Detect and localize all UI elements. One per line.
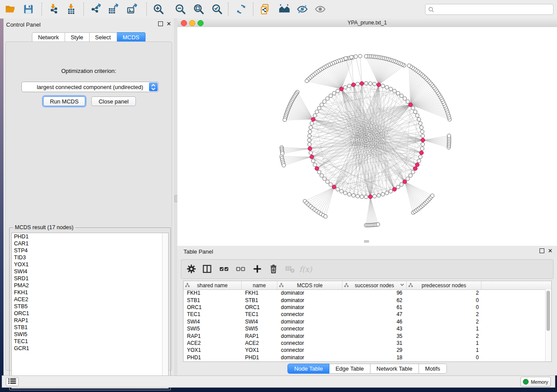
cell-successors: 47 bbox=[343, 311, 407, 317]
cell-role: dominator bbox=[277, 319, 343, 325]
panel-splitter[interactable] bbox=[174, 18, 177, 375]
mcds-result-item[interactable]: STB1 bbox=[12, 324, 168, 331]
show-graphics-icon bbox=[315, 3, 326, 15]
memory-button[interactable]: Memory bbox=[520, 377, 551, 387]
cell-name: SWI4 bbox=[242, 319, 277, 325]
check-all-button[interactable] bbox=[218, 264, 230, 275]
column-header-predecessors[interactable]: predecessor nodes bbox=[407, 281, 481, 289]
network-view[interactable] bbox=[177, 27, 557, 246]
show-graphics-button[interactable] bbox=[313, 2, 327, 16]
network-graph[interactable] bbox=[177, 27, 557, 246]
column-header-successors[interactable]: successor nodes bbox=[343, 281, 407, 289]
zoom-out-button[interactable] bbox=[173, 2, 187, 16]
columns-button[interactable] bbox=[201, 264, 213, 275]
mcds-result-item[interactable]: CAR1 bbox=[12, 240, 168, 247]
cell-name: FKH1 bbox=[242, 290, 277, 296]
task-history-button[interactable] bbox=[6, 377, 19, 386]
mcds-result-item[interactable]: GCR1 bbox=[12, 345, 168, 352]
delete-row-button[interactable] bbox=[268, 264, 279, 275]
mcds-result-item[interactable]: SRD1 bbox=[12, 275, 168, 282]
mcds-result-item[interactable]: STB5 bbox=[12, 303, 168, 310]
save-session-button[interactable] bbox=[21, 2, 35, 16]
cell-shared_name: RAP1 bbox=[183, 333, 242, 339]
cell-predecessors: 0 bbox=[407, 304, 481, 310]
column-header-name[interactable]: name bbox=[242, 281, 277, 289]
export-network-button[interactable] bbox=[89, 2, 103, 16]
mcds-result-item[interactable]: PHD1 bbox=[12, 233, 168, 240]
import-network-button[interactable] bbox=[46, 2, 60, 16]
table-row[interactable]: SWI4SWI4dominator462 bbox=[183, 318, 546, 325]
uncheck-all-button[interactable] bbox=[235, 264, 246, 275]
run-mcds-button[interactable]: Run MCDS bbox=[43, 96, 85, 106]
toolbar-separator bbox=[228, 3, 228, 16]
mcds-list-scrollbar[interactable] bbox=[162, 233, 168, 388]
close-panel-button[interactable]: Close panel bbox=[91, 96, 136, 106]
zoom-selected-button[interactable] bbox=[210, 2, 224, 16]
table-row[interactable]: ACE2ACE2connector311 bbox=[183, 340, 546, 347]
mcds-result-list[interactable]: PHD1CAR1STP4TID3YOX1SWI4SRD1PMA2FKH1ACE2… bbox=[11, 233, 169, 389]
cell-predecessors: 1 bbox=[407, 326, 481, 332]
mcds-result-item[interactable]: SWI4 bbox=[12, 268, 168, 275]
table-row[interactable]: STB1STB1dominator620 bbox=[183, 296, 546, 303]
duplicate-network-button[interactable] bbox=[258, 2, 272, 16]
table-row[interactable]: SWI5SWI5connector431 bbox=[183, 325, 546, 332]
criterion-select[interactable]: largest connected component (undirected) bbox=[21, 82, 159, 92]
refresh-layout-button[interactable] bbox=[234, 2, 248, 16]
zoom-in-button[interactable] bbox=[152, 2, 166, 16]
function-icon: f(x) bbox=[299, 265, 312, 274]
float-panel-icon[interactable] bbox=[158, 21, 163, 26]
table-row[interactable]: FKH1FKH1dominator962 bbox=[183, 289, 546, 296]
mcds-result-item[interactable]: ACE2 bbox=[12, 296, 168, 303]
zoom-fit-icon bbox=[193, 3, 204, 15]
mcds-result-item[interactable]: STP4 bbox=[12, 247, 168, 254]
tab-select[interactable]: Select bbox=[90, 32, 117, 42]
mcds-result-item[interactable]: PMA2 bbox=[12, 282, 168, 289]
add-row-button[interactable] bbox=[252, 264, 263, 275]
tab-edge-table[interactable]: Edge Table bbox=[329, 364, 370, 374]
mcds-result-item[interactable]: YOX1 bbox=[12, 261, 168, 268]
toolbar-separator bbox=[42, 3, 42, 16]
table-body[interactable]: FKH1FKH1dominator962STB1STB1dominator620… bbox=[183, 289, 546, 361]
table-row[interactable]: ORC1ORC1dominator610 bbox=[183, 304, 546, 311]
mcds-result-item[interactable]: TEC1 bbox=[12, 338, 168, 345]
delete-table-icon bbox=[285, 264, 295, 274]
column-header-shared_name[interactable]: shared name bbox=[183, 281, 242, 289]
mcds-result-item[interactable]: FKH1 bbox=[12, 289, 168, 296]
table-row[interactable]: YOX1YOX1connector291 bbox=[183, 347, 546, 354]
cell-predecessors: 2 bbox=[407, 319, 481, 325]
tab-network-table[interactable]: Network Table bbox=[370, 364, 419, 374]
table-row[interactable]: PHD1PHD1dominator180 bbox=[183, 354, 546, 361]
toolbar-separator bbox=[83, 3, 84, 16]
column-header-role[interactable]: MCDS role bbox=[277, 281, 343, 289]
zoom-fit-button[interactable] bbox=[192, 2, 206, 16]
tab-network[interactable]: Network bbox=[32, 32, 65, 42]
mcds-result-item[interactable]: RAP1 bbox=[12, 317, 168, 324]
table-scrollbar[interactable] bbox=[545, 289, 551, 361]
tab-node-table[interactable]: Node Table bbox=[287, 364, 329, 374]
sort-desc-icon bbox=[400, 283, 404, 286]
hide-graphics-button[interactable] bbox=[295, 2, 309, 16]
mcds-result-item[interactable]: ORC1 bbox=[12, 310, 168, 317]
search-box[interactable] bbox=[425, 4, 554, 15]
tab-mcds[interactable]: MCDS bbox=[117, 32, 145, 42]
tab-style[interactable]: Style bbox=[65, 32, 90, 42]
network-hscroll-thumb[interactable] bbox=[364, 240, 369, 243]
table-close-icon[interactable]: ✕ bbox=[548, 248, 553, 253]
table-row[interactable]: TEC1TEC1connector472 bbox=[183, 311, 546, 318]
table-float-icon[interactable] bbox=[540, 248, 544, 253]
import-table-button[interactable] bbox=[64, 2, 78, 16]
mcds-result-item[interactable]: TID3 bbox=[12, 254, 168, 261]
table-row[interactable]: RAP1RAP1dominator352 bbox=[183, 332, 546, 339]
export-table-button[interactable] bbox=[107, 2, 121, 16]
search-input[interactable] bbox=[436, 5, 553, 14]
network-titlebar[interactable]: YPA_prune.txt_1 bbox=[177, 18, 557, 28]
gear-button[interactable] bbox=[186, 264, 197, 275]
open-file-button[interactable] bbox=[3, 2, 17, 16]
cell-successors: 61 bbox=[343, 304, 407, 310]
export-image-button[interactable] bbox=[125, 2, 139, 16]
tab-motifs[interactable]: Motifs bbox=[419, 364, 447, 374]
home-overview-button[interactable] bbox=[277, 2, 291, 16]
close-panel-icon[interactable]: ✕ bbox=[166, 21, 171, 26]
mcds-result-item[interactable]: SWI5 bbox=[12, 331, 168, 338]
table-scrollbar-thumb[interactable] bbox=[547, 291, 550, 331]
